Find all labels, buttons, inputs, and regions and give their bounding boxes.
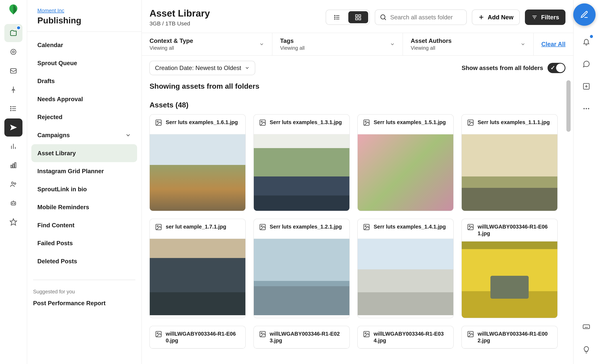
notifications-icon[interactable] [577, 33, 595, 51]
sidebar-item-failed-posts[interactable]: Failed Posts [31, 234, 137, 252]
sidebar-item-asset-library[interactable]: Asset Library [31, 144, 137, 162]
svg-point-48 [157, 225, 158, 227]
sidebar-item-label: Campaigns [37, 132, 70, 139]
filter-authors-label: Asset Authors [411, 37, 452, 44]
rail-list[interactable] [4, 100, 22, 118]
sidebar-item-mobile-reminders[interactable]: Mobile Reminders [31, 198, 137, 216]
asset-card[interactable]: Serr luts examples_1.6.1.jpg [150, 114, 246, 211]
filters-button[interactable]: Filters [525, 9, 565, 25]
asset-filename: Serr luts examples_1.6.1.jpg [166, 119, 238, 126]
sidebar-item-calendar[interactable]: Calendar [31, 36, 137, 54]
sidebar-item-campaigns[interactable]: Campaigns [31, 126, 137, 144]
add-panel-icon[interactable] [577, 77, 595, 95]
asset-filename: willLWGABY003346-R1-E061.jpg [478, 223, 552, 237]
rail-library[interactable] [4, 24, 22, 42]
sidebar-item-needs-approval[interactable]: Needs Approval [31, 90, 137, 108]
rail-star[interactable] [4, 213, 22, 231]
sidebar-item-label: Find Content [37, 222, 75, 229]
filter-authors[interactable]: Asset Authors Viewing all [403, 33, 533, 55]
help-icon[interactable] [577, 341, 595, 359]
view-grid-button[interactable] [348, 11, 368, 23]
sidebar-item-drafts[interactable]: Drafts [31, 72, 137, 90]
rail-bot[interactable] [4, 194, 22, 212]
rail-target[interactable] [4, 43, 22, 61]
sidebar-item-instagram-grid-planner[interactable]: Instagram Grid Planner [31, 162, 137, 180]
svg-point-50 [261, 225, 262, 227]
page-title: Asset Library [150, 8, 210, 19]
search-wrap[interactable] [375, 9, 467, 25]
filter-authors-sub: Viewing all [411, 45, 452, 51]
rail-pin[interactable] [4, 81, 22, 99]
chevron-down-icon [390, 42, 395, 47]
sort-dropdown[interactable]: Creation Date: Newest to Oldest [150, 61, 255, 75]
asset-card[interactable]: willLWGABY003346-R1-E061.jpg [461, 219, 558, 318]
suggested-item[interactable]: Post Performance Report [27, 296, 141, 310]
breadcrumb[interactable]: Moment Inc [37, 8, 64, 13]
search-icon [379, 14, 387, 21]
rail-reports[interactable] [4, 156, 22, 174]
svg-point-16 [14, 183, 16, 184]
asset-thumbnail [150, 134, 245, 211]
svg-point-19 [14, 203, 15, 204]
sidebar-item-sproutlink-in-bio[interactable]: SproutLink in bio [31, 180, 137, 198]
asset-card[interactable]: Serr luts examples_1.4.1.jpg [357, 219, 454, 318]
image-icon [259, 119, 266, 126]
asset-filename: willLWGABY003346-R1-E034.jpg [374, 330, 448, 344]
check-icon: ✓ [550, 65, 555, 71]
compose-fab[interactable] [573, 3, 596, 26]
asset-card[interactable]: willLWGABY003346-R1-E023.jpg [254, 326, 350, 349]
view-list-button[interactable] [327, 11, 347, 23]
asset-thumbnail [462, 242, 557, 318]
sidebar-item-find-content[interactable]: Find Content [31, 216, 137, 234]
asset-card[interactable]: Serr luts examples_1.1.1.jpg [461, 114, 558, 211]
usage-text: 3GB / 1TB Used [150, 20, 210, 27]
asset-filename: Serr luts examples_1.2.1.jpg [270, 223, 342, 230]
svg-point-0 [11, 49, 16, 55]
asset-thumbnail [358, 239, 453, 315]
sort-label: Creation Date: Newest to Oldest [155, 65, 241, 71]
asset-card[interactable]: Serr luts examples_1.5.1.jpg [357, 114, 454, 211]
scrollbar[interactable] [566, 80, 571, 268]
asset-card[interactable]: willLWGABY003346-R1-E002.jpg [461, 326, 558, 349]
folders-toggle-switch[interactable]: ✓ [547, 63, 566, 73]
search-input[interactable] [390, 14, 466, 21]
showing-heading: Showing assets from all folders [150, 82, 560, 90]
svg-point-46 [469, 121, 470, 122]
image-icon [467, 330, 474, 338]
sidebar-item-sprout-queue[interactable]: Sprout Queue [31, 54, 137, 72]
asset-card[interactable]: Serr luts examples_1.3.1.jpg [254, 114, 350, 211]
sidebar-item-label: Calendar [37, 42, 63, 49]
comments-icon[interactable] [577, 55, 595, 73]
add-new-button[interactable]: Add New [472, 9, 520, 25]
svg-point-56 [157, 332, 158, 334]
filter-context[interactable]: Context & Type Viewing all [142, 33, 272, 55]
sidebar-item-deleted-posts[interactable]: Deleted Posts [31, 252, 137, 270]
asset-card[interactable]: ser lut eample_1.7.1.jpg [150, 219, 246, 318]
asset-card[interactable]: Serr luts examples_1.2.1.jpg [254, 219, 350, 318]
image-icon [155, 119, 162, 126]
asset-filename: Serr luts examples_1.4.1.jpg [374, 223, 446, 230]
rail-analytics[interactable] [4, 137, 22, 156]
add-new-label: Add New [488, 14, 513, 21]
chevron-down-icon [245, 65, 250, 70]
asset-grid: Serr luts examples_1.6.1.jpgSerr luts ex… [150, 114, 560, 349]
rail-people[interactable] [4, 175, 22, 193]
asset-filename: willLWGABY003346-R1-E002.jpg [478, 330, 552, 344]
keyboard-icon[interactable] [577, 318, 595, 336]
sidebar-item-label: Deleted Posts [37, 258, 77, 265]
image-icon [259, 330, 266, 338]
more-icon[interactable] [577, 100, 595, 118]
rail-publishing[interactable] [4, 119, 22, 137]
filter-tags[interactable]: Tags Viewing all [272, 33, 403, 55]
svg-point-8 [10, 110, 11, 111]
sidebar-item-rejected[interactable]: Rejected [31, 108, 137, 126]
sidebar-item-label: Failed Posts [37, 240, 73, 247]
rail-inbox[interactable] [4, 62, 22, 80]
asset-card[interactable]: willLWGABY003346-R1-E060.jpg [150, 326, 246, 349]
sidebar-item-label: Mobile Reminders [37, 204, 89, 211]
asset-card[interactable]: willLWGABY003346-R1-E034.jpg [357, 326, 454, 349]
clear-all-link[interactable]: Clear All [534, 33, 573, 55]
svg-rect-14 [15, 163, 16, 168]
svg-marker-21 [10, 219, 17, 225]
sidebar-item-label: Needs Approval [37, 96, 83, 103]
